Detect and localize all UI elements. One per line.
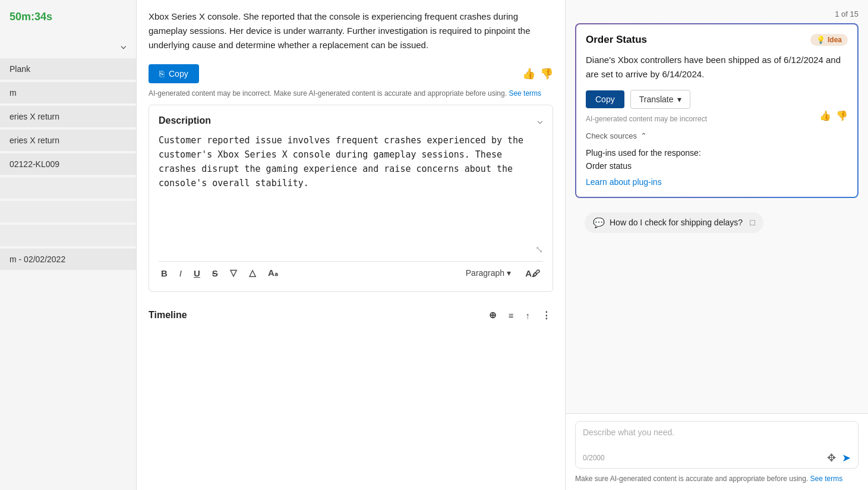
check-sources[interactable]: Check sources ⌃ <box>586 131 848 140</box>
copy-icon: ⎘ <box>159 69 164 78</box>
sidebar-item-kl009[interactable]: 02122-KL009 <box>0 153 136 175</box>
timeline-sort-button[interactable]: ↑ <box>523 309 533 322</box>
thumbs-bar: 👍 👎 <box>522 67 553 80</box>
timeline-actions: ⊕ ≡ ↑ ⋮ <box>487 309 553 322</box>
ai-panel-top: 1 of 15 Order Status 💡 Idea Diane's Xbox… <box>566 0 868 413</box>
summary-action-bar: ⎘ Copy 👍 👎 <box>149 59 553 87</box>
main-content: Xbox Series X console. She reported that… <box>137 0 565 490</box>
card-thumbs: 👍 👎 <box>819 110 848 121</box>
timeline-more-button[interactable]: ⋮ <box>539 309 553 322</box>
plugins-name: Order status <box>586 161 632 171</box>
translate-chevron-icon: ▾ <box>677 95 681 104</box>
sidebar-item-series-x-return-2[interactable]: eries X return <box>0 130 136 151</box>
ai-write-button[interactable]: A🖊 <box>523 267 543 279</box>
paragraph-select[interactable]: Paragraph ▾ <box>466 268 511 278</box>
idea-badge: 💡 Idea <box>810 34 848 46</box>
plugins-section: Plug-ins used for the response: Order st… <box>586 146 848 173</box>
bottom-disclaimer-link[interactable]: See terms <box>810 475 843 483</box>
input-footer: 0/2000 ✥ ➤ <box>583 451 851 464</box>
order-card-title: Order Status <box>586 34 647 46</box>
card-ai-note: AI-generated content may be incorrect <box>586 115 707 123</box>
sidebar: 50m:34s ⌵ Plank m eries X return eries X… <box>0 0 137 490</box>
paragraph-label: Paragraph <box>466 268 504 278</box>
order-card: Order Status 💡 Idea Diane's Xbox control… <box>575 23 858 198</box>
highlight-button[interactable]: △ <box>247 266 258 279</box>
plugins-header: Plug-ins used for the response: <box>586 148 701 158</box>
sidebar-dropdown[interactable]: ⌵ <box>0 35 136 56</box>
font-size-button[interactable]: Aₐ <box>266 266 280 279</box>
timeline-add-button[interactable]: ⊕ <box>487 309 499 322</box>
list-button[interactable]: ▽ <box>228 266 239 279</box>
check-sources-label: Check sources <box>586 131 637 140</box>
editor-toolbar: B I U S ▽ △ Aₐ Paragraph ▾ A🖊 <box>159 261 543 282</box>
input-toolbar-right: ✥ ➤ <box>827 451 851 464</box>
resize-handle: ⤡ <box>159 243 543 259</box>
pagination: 1 of 15 <box>575 7 858 23</box>
sidebar-item-empty-3 <box>0 225 136 246</box>
bottom-disclaimer-text: Make sure AI-generated content is accura… <box>575 475 808 483</box>
sidebar-item-m[interactable]: m <box>0 82 136 103</box>
suggestion-bubble[interactable]: 💬 How do I check for shipping delays? □ <box>585 212 763 233</box>
underline-button[interactable]: U <box>191 267 203 279</box>
sidebar-item-empty-1 <box>0 177 136 199</box>
chevron-down-icon: ⌵ <box>121 40 127 51</box>
timeline-menu-button[interactable]: ≡ <box>506 309 516 322</box>
sidebar-item-plank[interactable]: Plank <box>0 58 136 80</box>
copy-summary-label: Copy <box>169 69 188 78</box>
sparkle-button[interactable]: ✥ <box>827 451 836 464</box>
translate-button[interactable]: Translate ▾ <box>630 90 690 109</box>
thumbs-up-button[interactable]: 👍 <box>522 67 535 80</box>
suggestion-icon: 💬 <box>593 217 605 228</box>
description-textarea[interactable] <box>159 133 543 240</box>
suggestion-area: 💬 How do I check for shipping delays? □ <box>575 206 858 239</box>
order-card-body: Diane's Xbox controllers have been shipp… <box>586 53 848 81</box>
strikethrough-button[interactable]: S <box>210 267 220 279</box>
ai-disclaimer-text: AI-generated content may be incorrect. M… <box>149 89 507 98</box>
paragraph-chevron-icon: ▾ <box>507 268 511 278</box>
bottom-disclaimer: Make sure AI-generated content is accura… <box>575 472 858 483</box>
timeline-title: Timeline <box>149 310 187 321</box>
idea-badge-label: Idea <box>828 36 842 44</box>
bold-button[interactable]: B <box>159 267 170 279</box>
copy-card-button[interactable]: Copy <box>586 90 624 108</box>
description-header: Description ⌵ <box>159 115 543 126</box>
ai-disclaimer-link[interactable]: See terms <box>509 89 541 98</box>
summary-text: Xbox Series X console. She reported that… <box>149 0 553 59</box>
input-area: Describe what you need. 0/2000 ✥ ➤ Make … <box>566 413 868 490</box>
timeline-header: Timeline ⊕ ≡ ↑ ⋮ <box>149 301 553 322</box>
sidebar-item-empty-2 <box>0 201 136 222</box>
card-actions: Copy Translate ▾ <box>586 90 848 109</box>
check-sources-chevron-icon: ⌃ <box>640 131 647 140</box>
right-panel: 1 of 15 Order Status 💡 Idea Diane's Xbox… <box>565 0 868 490</box>
description-section: Description ⌵ ⤡ B I U S ▽ △ Aₐ Paragraph… <box>149 105 553 292</box>
learn-link[interactable]: Learn about plug-ins <box>586 177 662 187</box>
suggestion-text: How do I check for shipping delays? <box>610 218 743 227</box>
italic-button[interactable]: I <box>177 267 184 279</box>
card-thumbs-down-button[interactable]: 👎 <box>836 110 848 121</box>
idea-icon: 💡 <box>816 36 825 44</box>
input-box[interactable]: Describe what you need. 0/2000 ✥ ➤ <box>575 421 858 469</box>
description-collapse-button[interactable]: ⌵ <box>537 115 543 126</box>
description-title: Description <box>159 115 211 126</box>
sidebar-item-date[interactable]: m - 02/02/2022 <box>0 249 136 270</box>
order-card-header: Order Status 💡 Idea <box>586 34 848 46</box>
card-thumbs-up-button[interactable]: 👍 <box>819 110 831 121</box>
send-button[interactable]: ➤ <box>842 451 851 464</box>
suggestion-action-icon: □ <box>750 218 755 227</box>
copy-summary-button[interactable]: ⎘ Copy <box>149 64 199 83</box>
char-count: 0/2000 <box>583 454 605 462</box>
timer: 50m:34s <box>0 6 136 33</box>
sidebar-item-series-x-return-1[interactable]: eries X return <box>0 106 136 127</box>
ai-disclaimer-summary: AI-generated content may be incorrect. M… <box>149 87 553 105</box>
translate-label: Translate <box>639 95 674 104</box>
input-placeholder: Describe what you need. <box>583 428 851 437</box>
thumbs-down-button[interactable]: 👎 <box>540 67 553 80</box>
